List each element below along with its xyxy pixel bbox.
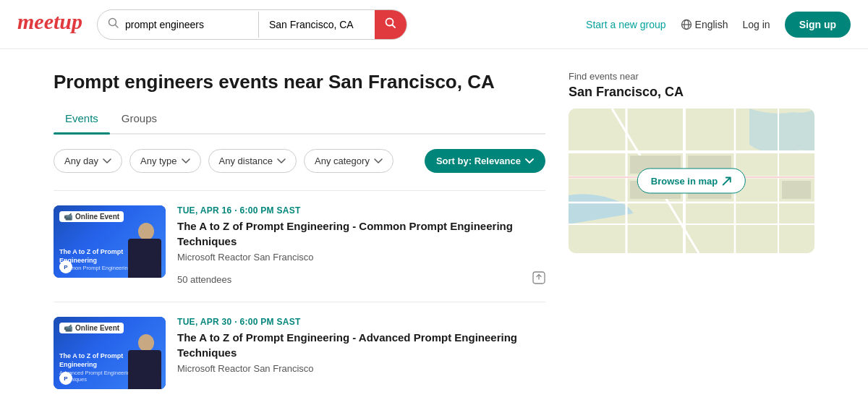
- event-organizer: Microsoft Reactor San Francisco: [177, 363, 545, 374]
- logo[interactable]: meetup: [17, 9, 82, 40]
- svg-line-2: [116, 25, 119, 27]
- camera-icon: 📹: [64, 324, 72, 332]
- map-location: San Francisco, CA: [569, 85, 814, 100]
- event-organizer: Microsoft Reactor San Francisco: [177, 252, 545, 263]
- tab-groups[interactable]: Groups: [110, 106, 169, 133]
- search-button[interactable]: [375, 10, 407, 39]
- event-thumbnail[interactable]: 📹 Online Event The A to Z of Prompt Engi…: [54, 317, 166, 389]
- sidebar: Find events near San Francisco, CA: [569, 71, 814, 404]
- event-thumbnail[interactable]: 📹 Online Event The A to Z of Prompt Engi…: [54, 205, 166, 278]
- map-label: Find events near: [569, 71, 814, 82]
- filter-distance[interactable]: Any distance: [208, 149, 297, 173]
- page-title: Prompt engineers events near San Francis…: [54, 71, 545, 93]
- left-column: Prompt engineers events near San Francis…: [54, 71, 545, 404]
- event-footer: 50 attendees: [177, 271, 545, 287]
- map-container[interactable]: Browse in map: [569, 108, 814, 253]
- thumb-logo: P: [59, 372, 72, 385]
- signup-button[interactable]: Sign up: [785, 12, 851, 38]
- search-input-wrap: [98, 12, 259, 38]
- online-badge: 📹 Online Event: [59, 211, 124, 222]
- language-label: English: [695, 19, 728, 30]
- event-title[interactable]: The A to Z of Prompt Engineering - Advan…: [177, 330, 545, 360]
- table-row: 📹 Online Event The A to Z of Prompt Engi…: [54, 302, 545, 404]
- table-row: 📹 Online Event The A to Z of Prompt Engi…: [54, 190, 545, 302]
- search-icon: [108, 17, 119, 32]
- header-nav: Start a new group English Log in Sign up: [586, 12, 851, 38]
- thumb-logo: P: [59, 260, 72, 273]
- location-input[interactable]: [259, 13, 375, 36]
- search-input[interactable]: [125, 19, 248, 30]
- tab-events[interactable]: Events: [54, 106, 110, 133]
- share-icon[interactable]: [532, 271, 545, 287]
- event-info: TUE, APR 30 · 6:00 PM SAST The A to Z of…: [177, 317, 545, 389]
- browse-map-label: Browse in map: [651, 176, 718, 187]
- event-info: TUE, APR 16 · 6:00 PM SAST The A to Z of…: [177, 205, 545, 287]
- online-badge: 📹 Online Event: [59, 323, 124, 333]
- sort-button[interactable]: Sort by: Relevance: [425, 149, 545, 173]
- filter-type[interactable]: Any type: [129, 149, 201, 173]
- camera-icon: 📹: [64, 213, 72, 221]
- main-content: Prompt engineers events near San Francis…: [36, 49, 832, 413]
- header: meetup Start a new group English Log in …: [0, 0, 868, 49]
- svg-rect-24: [782, 181, 811, 199]
- filter-category[interactable]: Any category: [304, 149, 393, 173]
- event-date-meta: TUE, APR 16 · 6:00 PM SAST: [177, 205, 545, 216]
- login-button[interactable]: Log in: [743, 19, 770, 30]
- svg-line-4: [393, 25, 396, 27]
- language-button[interactable]: English: [681, 19, 728, 30]
- event-list: 📹 Online Event The A to Z of Prompt Engi…: [54, 190, 545, 404]
- svg-text:meetup: meetup: [17, 9, 82, 33]
- event-date-meta: TUE, APR 30 · 6:00 PM SAST: [177, 317, 545, 327]
- start-new-group-link[interactable]: Start a new group: [586, 19, 666, 30]
- search-bar: [97, 9, 407, 40]
- filters-bar: Any day Any type Any distance Any catego…: [54, 149, 545, 173]
- browse-map-button[interactable]: Browse in map: [637, 169, 746, 194]
- filter-day[interactable]: Any day: [54, 149, 122, 173]
- attendees-count: 50 attendees: [177, 274, 231, 285]
- map-section: Find events near San Francisco, CA: [569, 71, 814, 253]
- tabs: Events Groups: [54, 106, 545, 135]
- event-title[interactable]: The A to Z of Prompt Engineering - Commo…: [177, 218, 545, 249]
